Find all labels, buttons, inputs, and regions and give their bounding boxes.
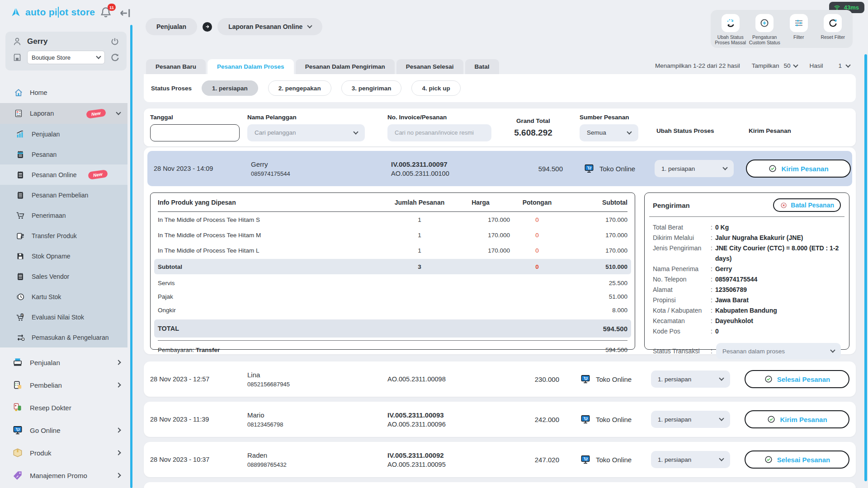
shipping-field: Kota / Kabupaten:Kabupaten Bandung bbox=[653, 305, 841, 316]
product-table-title: Info Produk yang Dipesan bbox=[158, 199, 388, 206]
cash-register-icon bbox=[12, 357, 24, 368]
order-source-select[interactable]: Semua bbox=[580, 124, 638, 141]
date-filter-input[interactable] bbox=[150, 124, 240, 141]
order-row[interactable]: 28 Nov 2023 - 14:09 Gerry 085974175544 I… bbox=[147, 151, 852, 186]
order-notepad-icon bbox=[15, 150, 25, 160]
sidebar-item-produk[interactable]: Produk bbox=[0, 441, 127, 464]
order-source: Toko Online bbox=[559, 373, 643, 385]
product-info-panel: Info Produk yang Dipesan Jumlah Pesanan … bbox=[150, 192, 635, 350]
selesai-pesanan-button[interactable]: Selesai Pesanan bbox=[745, 450, 849, 469]
fee-row-ongkir: Ongkir 8.000 bbox=[158, 303, 627, 317]
order-status-select[interactable]: 1. persiapan bbox=[651, 371, 730, 388]
chip-persiapan[interactable]: 1. persiapan bbox=[202, 80, 258, 96]
kirim-pesanan-button[interactable]: Kirim Pesanan bbox=[746, 160, 851, 178]
invoice-label: No. Invoice/Pesanan bbox=[387, 114, 507, 121]
bulk-status-button[interactable]: Ubah StatusProses Massal bbox=[713, 14, 748, 45]
tab-pesanan-dalam-proses[interactable]: Pesanan Dalam Proses bbox=[208, 59, 294, 74]
filter-button[interactable]: Filter bbox=[782, 14, 816, 40]
kirim-pesanan-button[interactable]: Kirim Pesanan bbox=[745, 410, 849, 428]
breadcrumb-label: Laporan Pesanan Online bbox=[228, 23, 302, 30]
sidebar-item-label: Pesanan Pembelian bbox=[32, 192, 120, 199]
order-card[interactable]: 28 Nov 2023 - 11:39 Mario 08123456798 IV… bbox=[144, 402, 856, 437]
home-icon bbox=[14, 88, 24, 98]
online-order-icon bbox=[15, 170, 25, 180]
status-transaksi-select[interactable]: Pesanan dalam proses bbox=[716, 343, 841, 359]
sidebar-menu: Home Laporan New Penjualan Pesanan Pesan… bbox=[0, 82, 127, 487]
go-online-monitor-icon bbox=[12, 424, 24, 436]
chip-pengiriman[interactable]: 3. pengiriman bbox=[341, 80, 402, 96]
sidebar-item-pesanan-pembelian[interactable]: Pesanan Pembelian bbox=[0, 185, 127, 205]
check-circle-icon bbox=[764, 375, 773, 384]
col-subtotal: Subtotal bbox=[564, 199, 627, 206]
shipping-field: Dikirim Melalui:Jalur Nugraha Ekakurir (… bbox=[653, 233, 841, 243]
selesai-pesanan-button[interactable]: Selesai Pesanan bbox=[745, 370, 849, 388]
invoice-number: IV.005.2311.00097 bbox=[391, 160, 511, 168]
breadcrumb-arrow-icon bbox=[203, 22, 212, 32]
purchase-order-icon bbox=[15, 190, 25, 200]
sidebar-item-pembelian[interactable]: Pembelian bbox=[0, 374, 127, 396]
bulk-status-icon bbox=[725, 18, 736, 28]
tab-pesanan-baru[interactable]: Pesanan Baru bbox=[146, 59, 206, 74]
sidebar-item-penjualan-laporan[interactable]: Penjualan bbox=[0, 124, 127, 144]
order-total: 242.000 bbox=[507, 416, 559, 423]
order-status-select[interactable]: 1. persiapan bbox=[651, 411, 730, 428]
collapse-sidebar-button[interactable] bbox=[118, 6, 132, 20]
breadcrumb-penjualan[interactable]: Penjualan bbox=[146, 18, 197, 35]
chip-pengepakan[interactable]: 2. pengepakan bbox=[268, 80, 331, 96]
sidebar-item-evaluasi-nilai-stok[interactable]: Evaluasi Nilai Stok bbox=[0, 307, 127, 327]
page-size-select[interactable]: 50 bbox=[783, 62, 797, 69]
custom-status-settings-button[interactable]: PengaturanCustom Status bbox=[748, 14, 782, 45]
sidebar-item-pesanan-online[interactable]: Pesanan Online New bbox=[0, 164, 127, 185]
notifications-button[interactable]: 11 bbox=[99, 5, 114, 21]
refresh-store-icon[interactable] bbox=[109, 52, 120, 63]
sidebar-item-manajemen-promo[interactable]: Manajemen Promo bbox=[0, 464, 127, 487]
toko-online-icon bbox=[580, 373, 591, 385]
chip-pick-up[interactable]: 4. pick up bbox=[411, 80, 460, 96]
reset-filter-button[interactable]: Reset Filter bbox=[816, 14, 850, 40]
customer-phone: 0852156687945 bbox=[247, 381, 387, 388]
order-total: 230.000 bbox=[507, 375, 559, 383]
tab-pesanan-selesai[interactable]: Pesanan Selesai bbox=[396, 59, 463, 74]
sidebar-item-penjualan[interactable]: Penjualan bbox=[0, 351, 127, 374]
order-source: Toko Online bbox=[559, 454, 643, 465]
page-scrollbar[interactable] bbox=[864, 54, 867, 481]
sidebar-item-resep-dokter[interactable]: Resep Dokter bbox=[0, 396, 127, 419]
tab-pesanan-dalam-pengiriman[interactable]: Pesanan Dalam Pengiriman bbox=[296, 59, 395, 74]
order-status-tabs: Pesanan Baru Pesanan Dalam Proses Pesana… bbox=[146, 59, 499, 74]
logo-text-left: auto pi bbox=[25, 7, 57, 18]
sidebar-item-pesanan[interactable]: Pesanan bbox=[0, 144, 127, 164]
shipping-field: Propinsi:Jawa Barat bbox=[653, 295, 841, 305]
sidebar-item-transfer-produk[interactable]: Transfer Produk bbox=[0, 225, 127, 246]
sidebar-item-go-online[interactable]: Go Online bbox=[0, 419, 127, 441]
customer-filter-select[interactable]: Cari pelanggan bbox=[247, 124, 365, 141]
product-box-icon bbox=[12, 447, 24, 459]
payment-row: Pembayaran: Transfer 594.500 bbox=[158, 340, 627, 359]
sidebar-item-home[interactable]: Home bbox=[0, 82, 127, 103]
page-select[interactable]: 1 bbox=[838, 62, 850, 69]
grand-total-label: Grand Total bbox=[516, 117, 550, 124]
sidebar-item-label: Pesanan Online bbox=[32, 171, 82, 178]
order-card[interactable]: 28 Nov 2023 - 10:37 Raden 088998765432 I… bbox=[144, 442, 856, 477]
order-card[interactable]: 28 Nov 2023 - 12:57 Lina 0852156687945 A… bbox=[144, 361, 856, 397]
breadcrumb-laporan-pesanan-online[interactable]: Laporan Pesanan Online bbox=[217, 18, 322, 35]
store-select[interactable]: Boutique Store bbox=[27, 51, 105, 64]
logout-power-icon[interactable] bbox=[109, 36, 120, 47]
income-expense-swap-icon bbox=[15, 333, 25, 343]
date-input[interactable] bbox=[159, 129, 238, 136]
tab-batal[interactable]: Batal bbox=[465, 59, 499, 74]
order-card-partial[interactable] bbox=[144, 482, 856, 488]
sidebar-item-label: Kartu Stok bbox=[32, 293, 120, 300]
sidebar-item-sales-vendor[interactable]: Sales Vendor bbox=[0, 266, 127, 286]
col-harga: Harga bbox=[451, 199, 510, 206]
order-status-select[interactable]: 1. persiapan bbox=[651, 451, 730, 468]
order-card-expanded[interactable]: 28 Nov 2023 - 14:09 Gerry 085974175544 I… bbox=[144, 147, 856, 354]
sidebar-item-stok-opname[interactable]: Stok Opname bbox=[0, 246, 127, 266]
sidebar-scrollbar[interactable] bbox=[130, 25, 132, 488]
order-status-select[interactable]: 1. persiapan bbox=[655, 160, 734, 177]
sidebar-item-penerimaan[interactable]: Penerimaan bbox=[0, 205, 127, 225]
sidebar-item-laporan[interactable]: Laporan New bbox=[0, 103, 127, 124]
sidebar-item-pemasukan-pengeluaran[interactable]: Pemasukan & Pengeluaran bbox=[0, 327, 127, 347]
batal-pesanan-button[interactable]: Batal Pesanan bbox=[773, 198, 841, 212]
sidebar-item-kartu-stok[interactable]: Kartu Stok bbox=[0, 286, 127, 307]
invoice-search-input[interactable] bbox=[387, 124, 491, 141]
